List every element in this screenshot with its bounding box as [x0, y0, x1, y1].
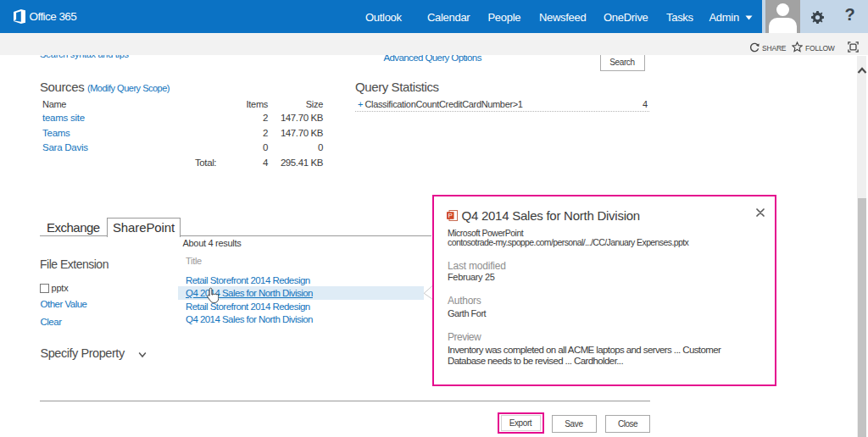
svg-text:P: P [448, 212, 453, 219]
